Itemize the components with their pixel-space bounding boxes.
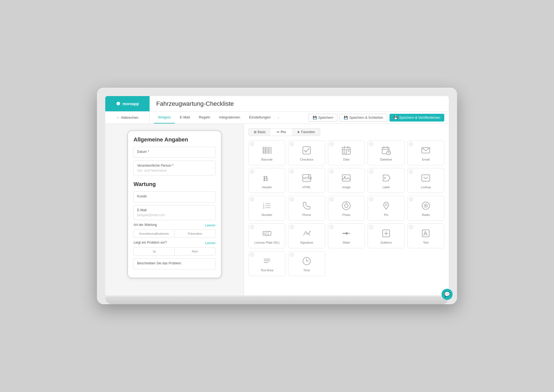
info-icon[interactable]: i bbox=[250, 142, 254, 146]
widget-datetime[interactable]: i Datetime bbox=[368, 140, 404, 165]
field-person[interactable]: Verantwortliche Person * Vor- und Nachna… bbox=[134, 161, 216, 176]
datetime-icon bbox=[380, 145, 392, 156]
favoriten-label: Favoriten bbox=[301, 130, 315, 134]
widget-header[interactable]: i B Header bbox=[248, 168, 285, 193]
widget-radio[interactable]: i Radio bbox=[407, 196, 444, 221]
save-publish-icon: 💾 bbox=[394, 116, 398, 120]
widget-label[interactable]: i Label bbox=[368, 168, 404, 193]
tab-integrationen[interactable]: Integrationen bbox=[215, 112, 244, 123]
field-wartung-clear[interactable]: Leeren bbox=[205, 223, 216, 227]
svg-point-31 bbox=[384, 177, 386, 179]
widget-lookup[interactable]: i Lookup bbox=[407, 168, 444, 193]
header-label: Header bbox=[262, 185, 272, 189]
widget-signature[interactable]: i Signature bbox=[288, 223, 325, 248]
widget-text[interactable]: i Text bbox=[407, 223, 444, 248]
widget-licenseplate[interactable]: i License Plate (NL) bbox=[248, 223, 285, 248]
field-problem-desc-label: Beschreiben Sie das Problem: bbox=[137, 261, 212, 265]
widget-phone[interactable]: i Phone bbox=[288, 196, 325, 221]
basic-label: Basic bbox=[258, 130, 266, 134]
chat-button[interactable]: 💬 bbox=[442, 289, 449, 295]
svg-line-49 bbox=[309, 231, 310, 233]
tab-regeln[interactable]: Regeln bbox=[195, 112, 214, 123]
info-icon[interactable]: i bbox=[369, 225, 373, 229]
info-icon[interactable]: i bbox=[369, 170, 373, 174]
info-icon[interactable]: i bbox=[330, 142, 334, 146]
html-label: HTML bbox=[302, 185, 311, 189]
widget-date[interactable]: i Date bbox=[328, 140, 365, 165]
back-label: Abbrechen bbox=[121, 115, 138, 120]
info-icon[interactable]: i bbox=[250, 253, 254, 257]
slider-icon bbox=[340, 228, 352, 239]
back-arrow-icon: ← bbox=[116, 115, 120, 120]
time-icon bbox=[301, 255, 312, 267]
logo-icon bbox=[116, 101, 121, 106]
field-email[interactable]: E-Mail beispiel@mail.com bbox=[134, 205, 216, 220]
info-icon[interactable]: i bbox=[290, 253, 294, 257]
radio-label: Radio bbox=[422, 213, 430, 216]
field-problem-clear[interactable]: Leeren bbox=[205, 241, 216, 245]
option-nein[interactable]: Nein bbox=[175, 247, 216, 255]
widget-subform[interactable]: i Subform bbox=[368, 223, 404, 248]
email-icon bbox=[420, 145, 432, 156]
licenseplate-label: License Plate (NL) bbox=[254, 241, 279, 244]
widget-html[interactable]: i HTML5 HTML bbox=[288, 168, 325, 193]
info-icon[interactable]: i bbox=[250, 170, 254, 174]
app-header: moreapp Fahrzeugwartung-Checkliste bbox=[105, 96, 449, 112]
tab-einstellungen[interactable]: Einstellungen bbox=[245, 112, 275, 123]
info-icon[interactable]: i bbox=[250, 225, 254, 229]
info-icon[interactable]: i bbox=[290, 142, 294, 146]
save-publish-button[interactable]: 💾 Speichern & Veröffentlichen bbox=[389, 114, 444, 122]
option-prevention[interactable]: Prävention bbox=[175, 230, 216, 238]
info-icon[interactable]: i bbox=[409, 142, 413, 146]
tab-basic[interactable]: ⊞ Basic bbox=[249, 128, 271, 136]
tab-favoriten[interactable]: ★ Favoriten bbox=[292, 128, 320, 136]
field-datum[interactable]: Datum * bbox=[134, 147, 216, 158]
barcode-icon bbox=[261, 145, 273, 156]
widget-photo[interactable]: i Photo bbox=[328, 196, 365, 221]
widget-email[interactable]: i Email bbox=[407, 140, 444, 165]
licenseplate-icon bbox=[261, 228, 273, 239]
widget-pin[interactable]: i Pin bbox=[368, 196, 404, 221]
tab-email[interactable]: E-Mail bbox=[176, 112, 194, 123]
radio-icon bbox=[420, 200, 432, 212]
back-button[interactable]: ← Abbrechen bbox=[105, 112, 150, 123]
info-icon[interactable]: i bbox=[290, 225, 294, 229]
save-close-button[interactable]: 💾 Speichern & Schließen bbox=[340, 114, 387, 122]
form-preview-area: Allgemeine Angaben Datum * Verantwortlic… bbox=[105, 124, 244, 295]
info-icon[interactable]: i bbox=[369, 142, 373, 146]
svg-point-42 bbox=[385, 204, 387, 206]
lookup-label: Lookup bbox=[421, 185, 431, 189]
info-icon[interactable]: i bbox=[330, 197, 334, 201]
option-ja[interactable]: Ja bbox=[134, 247, 175, 255]
save-button[interactable]: 💾 Speichern bbox=[309, 114, 337, 122]
field-problem-desc[interactable]: Beschreiben Sie das Problem: bbox=[134, 258, 216, 269]
info-icon[interactable]: i bbox=[409, 197, 413, 201]
tab-pro[interactable]: ✏ Pro bbox=[272, 128, 291, 136]
widget-slider[interactable]: i Slider bbox=[328, 223, 365, 248]
page-title: Fahrzeugwartung-Checkliste bbox=[150, 100, 449, 107]
option-korrektur[interactable]: Korrekturmaßnahmen bbox=[134, 230, 175, 238]
tab-widgets[interactable]: Widgets bbox=[154, 112, 175, 123]
svg-rect-1 bbox=[264, 147, 265, 154]
info-icon[interactable]: i bbox=[409, 170, 413, 174]
widget-time[interactable]: i Time bbox=[288, 251, 325, 276]
widget-image[interactable]: i Image bbox=[328, 168, 365, 193]
info-icon[interactable]: i bbox=[330, 170, 334, 174]
widget-checkbox[interactable]: i Checkbox bbox=[288, 140, 325, 165]
widget-barcode[interactable]: i Barcode bbox=[248, 140, 285, 165]
info-icon[interactable]: i bbox=[290, 170, 294, 174]
signature-icon bbox=[301, 228, 312, 239]
info-icon[interactable]: i bbox=[409, 225, 413, 229]
save-close-label: Speichern & Schließen bbox=[349, 116, 383, 120]
widget-textarea[interactable]: i Text Area bbox=[248, 251, 285, 276]
field-kunde[interactable]: Kunde bbox=[134, 191, 216, 202]
info-icon[interactable]: i bbox=[369, 197, 373, 201]
info-icon[interactable]: i bbox=[250, 197, 254, 201]
info-icon[interactable]: i bbox=[330, 225, 334, 229]
field-person-label: Verantwortliche Person * bbox=[137, 164, 212, 167]
date-label: Date bbox=[343, 158, 350, 161]
nav-more-icon[interactable]: ‹ bbox=[276, 115, 281, 120]
svg-point-47 bbox=[265, 233, 268, 235]
info-icon[interactable]: i bbox=[290, 197, 294, 201]
widget-number[interactable]: i 123 Number bbox=[248, 196, 285, 221]
